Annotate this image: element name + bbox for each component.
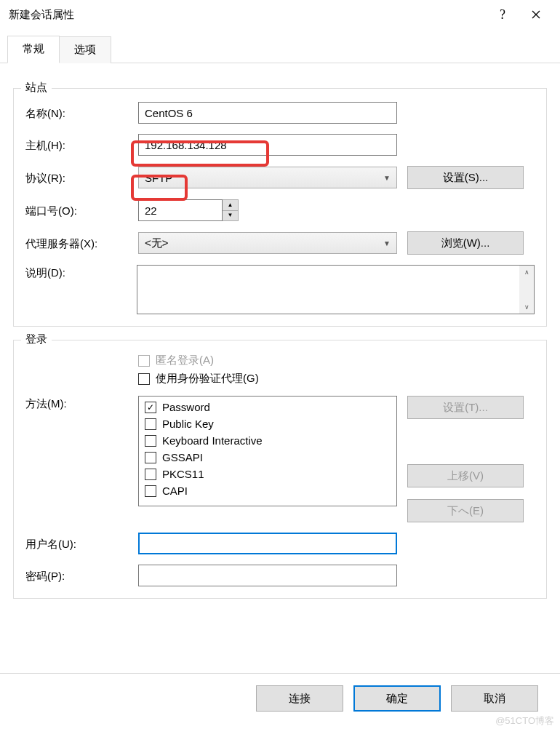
label-proxy: 代理服务器(X):	[25, 236, 138, 251]
label-username: 用户名(U):	[25, 536, 138, 551]
chevron-down-icon: ▼	[383, 239, 391, 247]
method-item: PKCS11	[162, 468, 204, 480]
use-agent-label: 使用身份验证代理(G)	[156, 372, 259, 386]
anonymous-checkbox	[138, 355, 150, 367]
method-check-3[interactable]	[145, 452, 156, 463]
method-check-5[interactable]	[145, 485, 156, 497]
moveup-button: 上移(V)	[407, 464, 524, 487]
cancel-button[interactable]: 取消	[451, 685, 538, 712]
method-check-2[interactable]	[145, 435, 156, 447]
spin-down-icon[interactable]: ▼	[223, 211, 238, 221]
use-agent-checkbox[interactable]	[138, 373, 150, 385]
group-login: 登录 匿名登录(A) 使用身份验证代理(G) 方法(M): ✓Password …	[13, 340, 547, 599]
protocol-settings-button[interactable]: 设置(S)...	[407, 166, 524, 189]
method-item: GSSAPI	[162, 451, 203, 463]
movedown-button: 下へ(E)	[407, 499, 524, 522]
label-protocol: 协议(R):	[25, 170, 138, 186]
dialog-title: 新建会话属性	[9, 8, 486, 22]
method-item: Keyboard Interactive	[162, 434, 263, 447]
group-login-legend: 登录	[21, 332, 52, 346]
group-site: 站点 名称(N): 主机(H): 协议(R): SFTP ▼ 设置(S)... …	[13, 88, 547, 327]
tab-general[interactable]: 常规	[7, 36, 60, 63]
password-input[interactable]	[138, 565, 397, 586]
method-listbox[interactable]: ✓Password Public Key Keyboard Interactiv…	[138, 396, 397, 506]
proxy-browse-button[interactable]: 浏览(W)...	[407, 231, 524, 255]
spin-up-icon[interactable]: ▲	[223, 200, 238, 211]
port-input[interactable]	[138, 199, 223, 221]
description-textarea[interactable]: ∧ ∨	[137, 265, 535, 314]
label-password: 密码(P):	[25, 568, 138, 583]
proxy-select[interactable]: <无> ▼	[138, 232, 397, 254]
tab-strip: 常规 选项	[0, 35, 560, 63]
label-port: 端口号(O):	[25, 203, 138, 218]
dialog-footer: 连接 确定 取消	[0, 673, 560, 712]
label-host: 主机(H):	[25, 138, 138, 153]
scroll-up-icon: ∧	[524, 268, 529, 276]
username-input[interactable]	[138, 533, 397, 554]
close-icon	[532, 10, 540, 19]
proxy-value: <无>	[145, 236, 383, 250]
chevron-down-icon: ▼	[383, 174, 391, 182]
method-item: Password	[162, 401, 210, 413]
method-check-0[interactable]: ✓	[145, 402, 156, 413]
help-button[interactable]: ?	[486, 4, 519, 25]
method-check-1[interactable]	[145, 418, 156, 430]
tab-options[interactable]: 选项	[60, 36, 111, 63]
protocol-value: SFTP	[145, 172, 383, 184]
protocol-select[interactable]: SFTP ▼	[138, 167, 397, 188]
label-name: 名称(N):	[25, 105, 138, 121]
ok-button[interactable]: 确定	[353, 685, 441, 712]
host-input[interactable]	[138, 134, 397, 156]
group-site-legend: 站点	[21, 81, 52, 95]
label-method: 方法(M):	[25, 396, 138, 411]
anonymous-label: 匿名登录(A)	[156, 354, 214, 367]
watermark: @51CTO博客	[495, 714, 554, 728]
method-item: Public Key	[162, 418, 214, 430]
scrollbar[interactable]: ∧ ∨	[519, 266, 534, 314]
name-input[interactable]	[138, 102, 397, 124]
scroll-down-icon: ∨	[524, 303, 529, 311]
method-settings-button: 设置(T)...	[407, 396, 524, 419]
close-button[interactable]	[519, 4, 553, 25]
port-spinner[interactable]: ▲ ▼	[223, 199, 239, 221]
connect-button[interactable]: 连接	[256, 685, 343, 712]
method-item: CAPI	[162, 485, 188, 497]
label-desc: 说明(D):	[25, 265, 137, 280]
method-check-4[interactable]	[145, 469, 156, 480]
